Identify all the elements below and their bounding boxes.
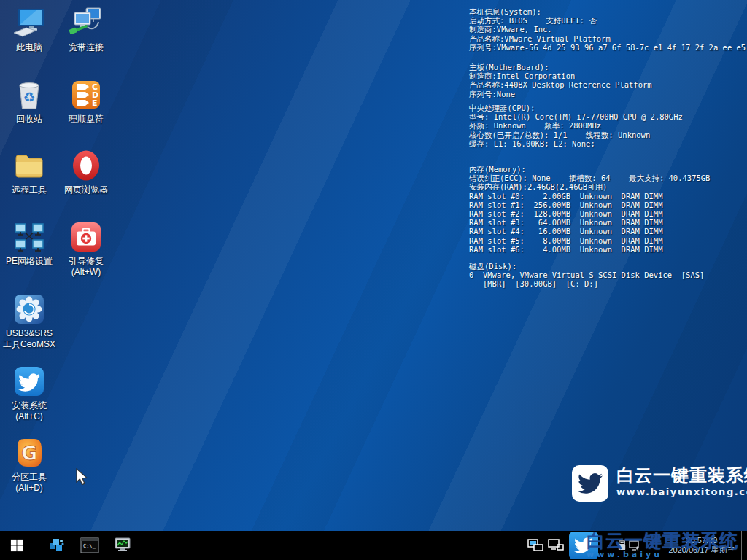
sysinfo-memory-block: 内存(Memory): 错误纠正(ECC): None 插槽数: 64 最大支持…	[469, 165, 710, 254]
desktop-icon-broadband[interactable]: 宽带连接	[58, 6, 115, 53]
desktop-icon-recycle-bin[interactable]: ♻ 回收站	[1, 77, 58, 125]
folder-icon	[12, 148, 47, 183]
this-pc-icon	[12, 6, 47, 41]
svg-text:G: G	[21, 442, 37, 464]
clock-date: 2020/06/17 星期三	[665, 545, 738, 555]
taskbar: C:\_	[0, 531, 747, 560]
taskbar-app-twitter-tile[interactable]	[569, 532, 598, 559]
sysinfo-motherboard-block: 主板(MotherBoard): 制造商:Intel Corporation 产…	[469, 63, 652, 98]
desktop-icon-label: 理顺盘符	[58, 114, 115, 125]
taskbar-clock[interactable]: 20:57:30 2020/06/17 星期三	[665, 536, 738, 555]
desktop-icon-label: 回收站	[1, 114, 58, 125]
start-button[interactable]	[0, 531, 34, 560]
opera-browser-icon	[69, 148, 104, 183]
taskbar-app-registry-tool[interactable]	[39, 531, 73, 560]
command-prompt-icon: C:\_	[80, 537, 99, 553]
blue-cube-icon	[47, 537, 65, 554]
first-aid-kit-icon	[69, 219, 104, 254]
drive-letters-icon: C D E	[69, 77, 104, 112]
sysinfo-cpu-block: 中央处理器(CPU): 型号: Intel(R) Core(TM) i7-770…	[469, 104, 683, 148]
svg-text:E: E	[92, 98, 98, 108]
desktop-icon-label: 宽带连接	[58, 42, 115, 53]
brand-url: www.baiyunxitong.com	[616, 486, 747, 497]
recycle-bin-icon: ♻	[12, 77, 47, 112]
tray-display-connection-icon[interactable]	[547, 531, 565, 560]
desktop-icon-label: 网页浏览器	[58, 184, 115, 195]
diskgenius-icon: G	[12, 435, 47, 470]
desktop-icon-label: 远程工具	[1, 184, 58, 195]
tray-network-displays-icon[interactable]	[527, 531, 544, 560]
desktop-icon-label: 此电脑	[1, 42, 58, 53]
brand-watermark: 白云一键重装系统 www.baiyunxitong.com	[572, 465, 747, 502]
desktop-icon-drive-letters[interactable]: C D E 理顺盘符	[58, 77, 115, 125]
sysinfo-disk-block: 磁盘(Disk): 0 VMware, VMware Virtual S SCS…	[469, 262, 704, 289]
brand-watermark-text: 白云一键重装系统 www.baiyunxitong.com	[616, 465, 747, 502]
brand-title: 白云一键重装系统	[616, 465, 747, 486]
twitter-bird-tile-icon	[12, 364, 47, 399]
clock-time: 20:57:30	[665, 536, 738, 545]
desktop-icon-label: USB3&SRS 工具CeoMSX	[1, 328, 58, 350]
network-settings-icon	[12, 219, 47, 254]
sysinfo-system-block: 本机信息(System): 启动方式: BIOS 支持UEFI: 否 制造商:V…	[469, 7, 746, 52]
system-tray: 20:57:30 2020/06/17 星期三	[527, 531, 747, 560]
twitter-bird-icon	[574, 536, 593, 555]
desktop-icon-pe-network[interactable]: PE网络设置	[1, 219, 58, 267]
gear-swirl-icon	[12, 292, 47, 327]
desktop-icon-label: 分区工具 (Alt+D)	[1, 472, 58, 494]
tray-usb-icon[interactable]	[616, 531, 628, 560]
desktop-icon-label: 引导修复 (Alt+W)	[58, 256, 115, 278]
desktop-icon-usb3-srs[interactable]: USB3&SRS 工具CeoMSX	[1, 292, 58, 350]
taskbar-app-system-monitor[interactable]	[107, 531, 140, 560]
pe-desktop-screen: 此电脑 宽带连接 ♻ 回收站	[0, 0, 747, 560]
svg-text:♻: ♻	[23, 89, 35, 105]
wallpaper: 此电脑 宽带连接 ♻ 回收站	[0, 0, 747, 531]
broadband-icon	[69, 6, 104, 41]
desktop-icon-label: 安装系统 (Alt+C)	[1, 400, 58, 422]
desktop-icon-this-pc[interactable]: 此电脑	[1, 6, 58, 53]
twitter-bird-icon	[572, 465, 608, 502]
desktop-icon-boot-repair[interactable]: 引导修复 (Alt+W)	[58, 219, 115, 278]
taskbar-app-cmd[interactable]: C:\_	[73, 531, 107, 560]
show-desktop-button[interactable]	[741, 531, 747, 560]
system-monitor-icon	[114, 537, 133, 554]
svg-text:C:\_: C:\_	[83, 543, 96, 549]
desktop-icon-remote-tools[interactable]: 远程工具	[1, 148, 58, 195]
tray-remote-display-icon[interactable]	[628, 531, 640, 560]
desktop-icon-web-browser[interactable]: 网页浏览器	[58, 148, 115, 195]
desktop-icon-partition-tool[interactable]: G 分区工具 (Alt+D)	[1, 435, 58, 494]
desktop-icon-install-system[interactable]: 安装系统 (Alt+C)	[1, 364, 58, 422]
windows-logo-icon	[10, 539, 23, 552]
mouse-cursor	[76, 468, 89, 490]
desktop-icon-label: PE网络设置	[1, 256, 58, 267]
